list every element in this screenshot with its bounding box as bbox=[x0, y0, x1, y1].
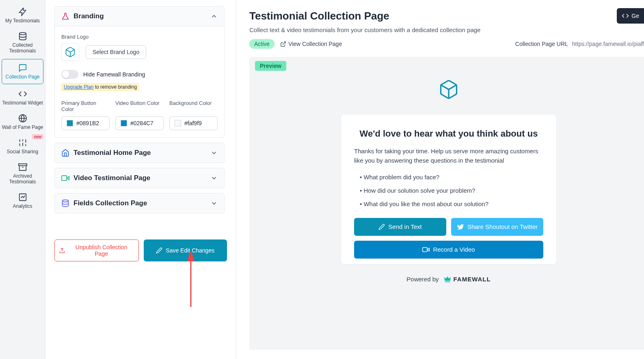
video-btn-color-picker[interactable]: #0284C7 bbox=[115, 116, 164, 130]
pencil-icon bbox=[156, 247, 162, 254]
share-twitter-button[interactable]: Share Shoutout on Twitter bbox=[451, 218, 543, 236]
accordion-video: Video Testimonial Page bbox=[54, 168, 225, 188]
accordion-title: Branding bbox=[73, 12, 210, 20]
svg-marker-13 bbox=[67, 176, 69, 180]
database-icon bbox=[61, 199, 69, 207]
unpublish-icon bbox=[59, 247, 65, 254]
new-badge: new bbox=[32, 134, 43, 139]
record-video-button[interactable]: Record a Video bbox=[354, 241, 543, 259]
get-code-button[interactable]: Ge bbox=[617, 8, 644, 24]
preview-pane: Preview We'd love to hear what you think… bbox=[249, 57, 644, 350]
branding-body: Brand Logo Select Brand Logo Hide Famewa… bbox=[55, 26, 224, 137]
accordion-title: Fields Collection Page bbox=[73, 199, 210, 207]
select-brand-logo-button[interactable]: Select Brand Logo bbox=[86, 45, 146, 59]
primary-btn-color-picker[interactable]: #0891B2 bbox=[61, 116, 110, 130]
testimonial-card: We'd love to hear what you think about u… bbox=[341, 115, 556, 264]
accordion-head-fields[interactable]: Fields Collection Page bbox=[55, 194, 224, 213]
powered-by: Powered by FAMEWALL bbox=[257, 275, 640, 284]
upgrade-plan-link[interactable]: Upgrade Plan bbox=[64, 84, 93, 90]
bolt-icon bbox=[18, 7, 27, 16]
sidebar-item-wall[interactable]: Wall of Fame Page bbox=[0, 110, 45, 134]
editor-scroll[interactable]: Branding Brand Logo Select Brand Logo Hi… bbox=[54, 6, 227, 234]
accordion-fields: Fields Collection Page bbox=[54, 193, 225, 213]
page-subtitle: Collect text & video testimonials from y… bbox=[249, 26, 644, 33]
video-icon bbox=[61, 174, 69, 182]
twitter-icon bbox=[457, 223, 464, 231]
brand-logo-preview bbox=[61, 43, 79, 61]
chevron-down-icon bbox=[210, 174, 218, 182]
primary-btn-color-label: Primary Button Color bbox=[61, 100, 110, 113]
bg-color-label: Background Color bbox=[169, 100, 218, 113]
main-panel: Ge Testimonial Collection Page Collect t… bbox=[236, 0, 644, 359]
pencil-icon bbox=[378, 224, 385, 230]
sidebar-label: My Testimonials bbox=[5, 18, 40, 24]
svg-rect-14 bbox=[62, 176, 67, 181]
svg-point-0 bbox=[19, 33, 26, 35]
code-icon bbox=[18, 89, 27, 98]
svg-point-15 bbox=[63, 200, 69, 202]
hide-branding-toggle[interactable] bbox=[61, 70, 78, 79]
code-icon bbox=[622, 12, 629, 20]
chart-icon bbox=[18, 193, 27, 202]
color-swatch bbox=[67, 120, 73, 126]
hide-branding-label: Hide Famewall Branding bbox=[83, 71, 145, 78]
sidebar-item-collection-page[interactable]: Collection Page bbox=[2, 59, 43, 84]
database-icon bbox=[18, 32, 27, 41]
sidebar-item-my-testimonials[interactable]: My Testimonials bbox=[0, 3, 45, 28]
editor-panel: Branding Brand Logo Select Brand Logo Hi… bbox=[45, 0, 236, 359]
color-swatch bbox=[121, 120, 127, 126]
collection-url[interactable]: https://page.famewall.io/piaff bbox=[572, 41, 644, 47]
accordion-head-home[interactable]: Testimonial Home Page bbox=[55, 143, 224, 163]
sidebar-label: Testimonial Widget bbox=[2, 100, 43, 106]
annotation-arrow bbox=[185, 252, 197, 309]
sidebar-item-collected[interactable]: Collected Testimonials bbox=[0, 28, 45, 58]
question-2: How did our solution solve your problem? bbox=[360, 187, 543, 194]
video-icon bbox=[422, 246, 430, 253]
accordion-title: Testimonial Home Page bbox=[73, 149, 210, 157]
sliders-icon bbox=[18, 138, 27, 147]
sidebar-item-social[interactable]: new Social Sharing bbox=[0, 134, 45, 159]
send-text-button[interactable]: Send in Text bbox=[354, 218, 446, 236]
accordion-head-video[interactable]: Video Testimonial Page bbox=[55, 168, 224, 188]
page-title: Testimonial Collection Page bbox=[249, 10, 644, 22]
status-badge: Active bbox=[249, 39, 274, 49]
card-subtitle: Thanks for taking your time. Help us ser… bbox=[354, 146, 543, 165]
sidebar-label: Archived Testimonials bbox=[2, 173, 43, 185]
preview-brand-logo bbox=[257, 79, 640, 100]
chat-icon bbox=[18, 63, 27, 72]
external-link-icon bbox=[280, 41, 286, 47]
sidebar-item-analytics[interactable]: Analytics bbox=[0, 189, 45, 213]
svg-rect-9 bbox=[18, 164, 26, 166]
sidebar: My Testimonials Collected Testimonials C… bbox=[0, 0, 45, 359]
chevron-up-icon bbox=[210, 13, 218, 20]
accordion-branding: Branding Brand Logo Select Brand Logo Hi… bbox=[54, 6, 225, 138]
view-collection-link[interactable]: View Collection Page bbox=[280, 41, 342, 47]
brand-logo-label: Brand Logo bbox=[61, 34, 218, 40]
crown-icon bbox=[443, 275, 452, 284]
card-title: We'd love to hear what you think about u… bbox=[354, 128, 543, 139]
video-btn-color-label: Video Button Color bbox=[115, 100, 164, 113]
chevron-down-icon bbox=[210, 149, 218, 157]
accordion-head-branding[interactable]: Branding bbox=[55, 7, 224, 26]
famewall-logo[interactable]: FAMEWALL bbox=[443, 275, 491, 284]
svg-marker-21 bbox=[427, 248, 429, 251]
preview-badge: Preview bbox=[255, 61, 286, 71]
question-1: What problem did you face? bbox=[360, 174, 543, 181]
svg-rect-22 bbox=[423, 247, 427, 252]
color-swatch bbox=[175, 120, 181, 126]
unpublish-button[interactable]: Unpublish Collection Page bbox=[54, 239, 139, 261]
sidebar-label: Analytics bbox=[13, 203, 32, 209]
globe-icon bbox=[18, 114, 27, 123]
svg-line-19 bbox=[283, 41, 285, 44]
sidebar-item-archived[interactable]: Archived Testimonials bbox=[0, 159, 45, 189]
box-icon bbox=[65, 46, 76, 58]
archive-icon bbox=[18, 163, 27, 172]
accordion-home: Testimonial Home Page bbox=[54, 143, 225, 163]
sidebar-label: Collection Page bbox=[5, 74, 39, 80]
upgrade-notice: Upgrade Plan to remove branding bbox=[61, 83, 139, 91]
chevron-down-icon bbox=[210, 200, 218, 207]
home-icon bbox=[61, 149, 69, 157]
question-3: What did you like the most about our sol… bbox=[360, 200, 543, 207]
sidebar-item-widget[interactable]: Testimonial Widget bbox=[0, 85, 45, 110]
bg-color-picker[interactable]: #faf9f9 bbox=[169, 116, 218, 130]
